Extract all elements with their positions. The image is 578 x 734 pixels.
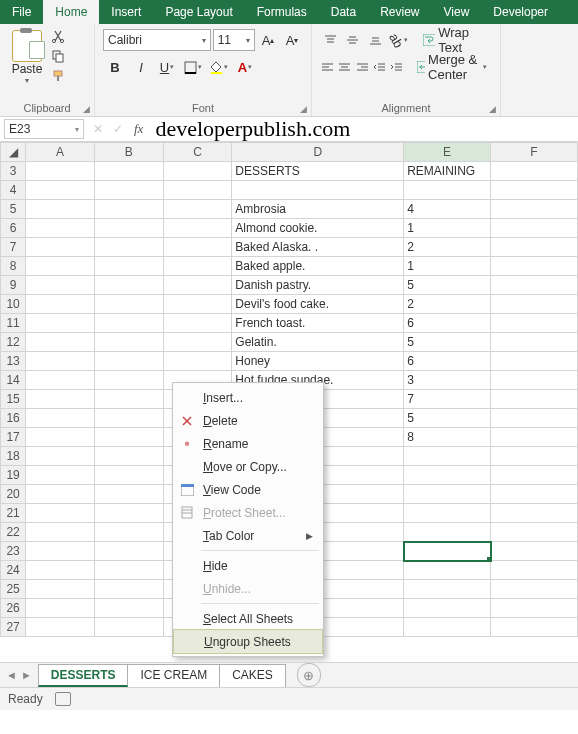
col-header-E[interactable]: E <box>404 143 491 162</box>
cell[interactable] <box>26 333 95 352</box>
sheet-tab-cakes[interactable]: CAKES <box>219 664 286 687</box>
row-header-15[interactable]: 15 <box>1 390 26 409</box>
align-middle-button[interactable] <box>343 28 364 52</box>
cell[interactable] <box>163 162 232 181</box>
cell[interactable] <box>94 333 163 352</box>
cell[interactable]: 8 <box>404 428 491 447</box>
cell[interactable]: Devil's food cake. <box>232 295 404 314</box>
cell[interactable]: Honey <box>232 352 404 371</box>
cell[interactable] <box>163 200 232 219</box>
row-header-13[interactable]: 13 <box>1 352 26 371</box>
row-header-23[interactable]: 23 <box>1 542 26 561</box>
row-header-10[interactable]: 10 <box>1 295 26 314</box>
cell[interactable] <box>491 428 578 447</box>
cell[interactable] <box>26 219 95 238</box>
cell[interactable] <box>94 390 163 409</box>
cell[interactable] <box>26 162 95 181</box>
cell[interactable] <box>26 295 95 314</box>
cell[interactable]: Danish pastry. <box>232 276 404 295</box>
cell[interactable] <box>404 599 491 618</box>
bold-button[interactable]: B <box>103 55 127 79</box>
cell[interactable] <box>491 181 578 200</box>
cell[interactable] <box>26 276 95 295</box>
align-left-button[interactable] <box>320 55 335 79</box>
tab-pagelayout[interactable]: Page Layout <box>153 0 244 24</box>
cell[interactable] <box>94 428 163 447</box>
row-header-6[interactable]: 6 <box>1 219 26 238</box>
cell[interactable] <box>491 542 578 561</box>
cell[interactable]: 5 <box>404 276 491 295</box>
select-all-corner[interactable]: ◢ <box>1 143 26 162</box>
cell[interactable] <box>26 447 95 466</box>
cell[interactable] <box>94 181 163 200</box>
orientation-button[interactable]: ab▾ <box>388 28 409 52</box>
cell[interactable] <box>491 295 578 314</box>
formula-input[interactable]: developerpublish.com <box>149 116 578 142</box>
cell[interactable]: 2 <box>404 238 491 257</box>
italic-button[interactable]: I <box>129 55 153 79</box>
menu-select-all-sheets[interactable]: Select All Sheets <box>173 607 323 630</box>
align-center-button[interactable] <box>337 55 352 79</box>
menu-rename[interactable]: •Rename <box>173 432 323 455</box>
format-painter-button[interactable] <box>50 68 66 84</box>
row-header-17[interactable]: 17 <box>1 428 26 447</box>
new-sheet-button[interactable]: ⊕ <box>297 663 321 687</box>
cell[interactable]: 7 <box>404 390 491 409</box>
cell[interactable] <box>26 523 95 542</box>
sheet-tab-ice-cream[interactable]: ICE CREAM <box>127 664 220 687</box>
cell[interactable]: DESSERTS <box>232 162 404 181</box>
cell[interactable] <box>404 561 491 580</box>
menu-view-code[interactable]: View Code <box>173 478 323 501</box>
menu-insert[interactable]: Insert... <box>173 386 323 409</box>
cell[interactable] <box>94 200 163 219</box>
row-header-27[interactable]: 27 <box>1 618 26 637</box>
menu-ungroup-sheets[interactable]: Ungroup Sheets <box>173 629 323 654</box>
col-header-A[interactable]: A <box>26 143 95 162</box>
cell[interactable] <box>26 561 95 580</box>
tab-view[interactable]: View <box>432 0 482 24</box>
align-right-button[interactable] <box>355 55 370 79</box>
col-header-F[interactable]: F <box>491 143 578 162</box>
cell[interactable] <box>232 181 404 200</box>
row-header-24[interactable]: 24 <box>1 561 26 580</box>
cell[interactable] <box>94 542 163 561</box>
cell[interactable] <box>26 314 95 333</box>
cell[interactable] <box>26 466 95 485</box>
cell[interactable]: 6 <box>404 352 491 371</box>
cell[interactable] <box>26 200 95 219</box>
cell[interactable] <box>26 371 95 390</box>
cell[interactable]: REMAINING <box>404 162 491 181</box>
cell[interactable] <box>491 409 578 428</box>
cell[interactable]: Ambrosia <box>232 200 404 219</box>
cell[interactable]: Baked apple. <box>232 257 404 276</box>
cell[interactable]: 3 <box>404 371 491 390</box>
row-header-22[interactable]: 22 <box>1 523 26 542</box>
cell[interactable] <box>491 599 578 618</box>
row-header-20[interactable]: 20 <box>1 485 26 504</box>
cell[interactable] <box>404 466 491 485</box>
cell[interactable] <box>94 371 163 390</box>
fill-color-button[interactable]: ▾ <box>207 55 231 79</box>
copy-button[interactable] <box>50 48 66 64</box>
cell[interactable] <box>163 352 232 371</box>
cell[interactable] <box>26 428 95 447</box>
cancel-formula-button[interactable]: ✕ <box>88 122 108 136</box>
cell[interactable] <box>404 618 491 637</box>
tab-developer[interactable]: Developer <box>481 0 560 24</box>
font-size-combo[interactable]: 11▾ <box>213 29 256 51</box>
merge-center-button[interactable]: Merge & Center▾ <box>412 55 492 79</box>
row-header-26[interactable]: 26 <box>1 599 26 618</box>
cell[interactable] <box>404 447 491 466</box>
cell[interactable] <box>491 447 578 466</box>
cell[interactable] <box>94 599 163 618</box>
menu-move-or-copy[interactable]: Move or Copy... <box>173 455 323 478</box>
tab-review[interactable]: Review <box>368 0 431 24</box>
cell[interactable] <box>163 257 232 276</box>
cell[interactable] <box>94 466 163 485</box>
row-header-14[interactable]: 14 <box>1 371 26 390</box>
cell[interactable]: Gelatin. <box>232 333 404 352</box>
cell[interactable] <box>26 599 95 618</box>
cell[interactable] <box>491 485 578 504</box>
cell[interactable]: 2 <box>404 295 491 314</box>
cell[interactable] <box>94 504 163 523</box>
